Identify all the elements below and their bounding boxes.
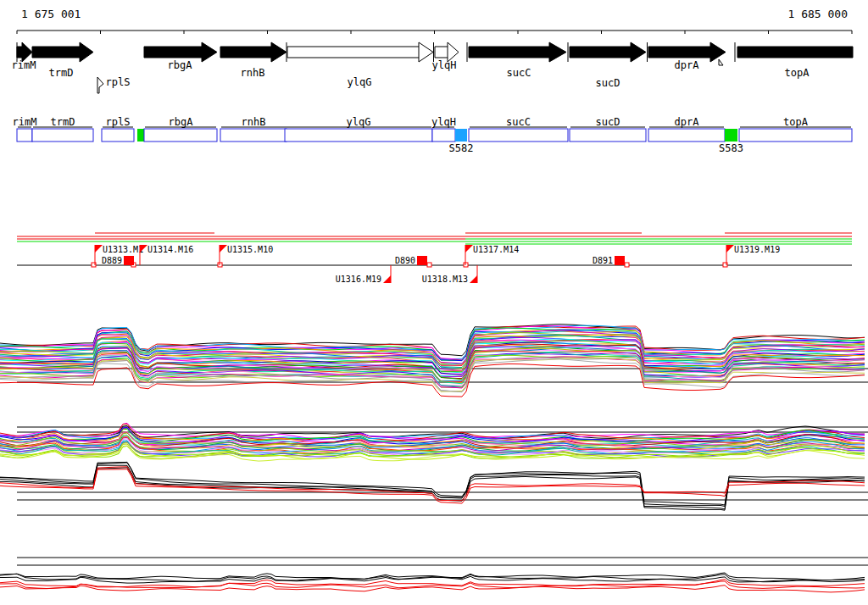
marker-flag-U1313.M1[interactable]	[95, 245, 103, 253]
marker-flag-U1318.M13[interactable]	[470, 275, 477, 283]
gene-label-trmD: trmD	[49, 67, 74, 79]
signal-track-4-black-red	[0, 558, 868, 592]
gene-box-label-trmD: trmD	[51, 116, 75, 128]
gene-label-sucD: sucD	[596, 77, 620, 89]
gene-arrow-rnhB[interactable]	[220, 42, 287, 62]
gene-label-ylqH: ylqH	[432, 59, 457, 71]
gene-label-rplS: rplS	[106, 76, 131, 88]
feature-marker-green[interactable]	[137, 129, 144, 142]
marker-label-U1314.M16: U1314.M16	[147, 245, 193, 254]
gene-box-label-ylqG: ylqG	[347, 116, 371, 128]
marker-label-U1313.M1: U1313.M1	[103, 245, 143, 254]
gene-box-label-rnhB: rnhB	[242, 116, 266, 128]
gene-box-rnhB[interactable]	[220, 129, 287, 142]
marker-flag-U1315.M10[interactable]	[220, 245, 227, 253]
feature-marker-S582[interactable]	[455, 129, 467, 142]
marker-flag-U1314.M16[interactable]	[140, 245, 147, 253]
marker-label-U1317.M14: U1317.M14	[473, 245, 519, 254]
gene-arrow-sucD[interactable]	[570, 42, 646, 62]
deletion-box-D890[interactable]	[417, 256, 427, 265]
gene-box-label-sucC: sucC	[506, 116, 531, 128]
insertion-site-square[interactable]	[625, 263, 629, 267]
marker-flag-U1319.M19[interactable]	[726, 245, 734, 253]
gene-box-rbgA[interactable]	[144, 129, 217, 142]
gene-label-rimM: rimM	[12, 59, 36, 71]
mutation-marker-track: U1313.M1U1314.M16U1315.M10U1317.M14U1319…	[17, 233, 852, 284]
gene-box-rplS[interactable]	[102, 129, 134, 142]
marker-label-U1315.M10: U1315.M10	[227, 245, 273, 254]
gene-box-trmD[interactable]	[32, 129, 93, 142]
feature-marker-label-S583: S583	[719, 142, 743, 154]
gene-box-topA[interactable]	[739, 129, 852, 142]
gene-box-rimM[interactable]	[17, 129, 32, 142]
gene-box-track: rimMtrmDrplSrbgArnhBylqGylqHS582sucCsucD…	[13, 116, 852, 154]
signal-line	[0, 469, 865, 503]
marker-label-U1316.M19: U1316.M19	[336, 275, 381, 284]
gene-box-label-rimM: rimM	[13, 116, 37, 128]
marker-label-D891: D891	[593, 256, 613, 265]
marker-label-U1319.M19: U1319.M19	[734, 245, 780, 254]
marker-label-D890: D890	[395, 256, 415, 265]
gene-box-ylqG[interactable]	[285, 129, 432, 142]
gene-box-dprA[interactable]	[648, 129, 725, 142]
gene-label-dprA: dprA	[675, 59, 700, 71]
gene-box-sucC[interactable]	[469, 129, 568, 142]
gene-label-rbgA: rbgA	[168, 59, 193, 71]
signal-line	[0, 462, 865, 505]
signal-track-1-multicolor	[0, 325, 868, 397]
gene-label-ylqG: ylqG	[348, 76, 372, 88]
gene-label-rnhB: rnhB	[241, 67, 265, 79]
deletion-box-D891[interactable]	[615, 256, 625, 265]
marker-flag-U1316.M19[interactable]	[383, 275, 391, 283]
gene-arrow-sucC[interactable]	[469, 42, 566, 62]
small-feature-glyph[interactable]	[719, 59, 723, 65]
deletion-box-D889[interactable]	[124, 256, 134, 265]
gene-box-label-topA: topA	[783, 116, 809, 128]
rplS-feature-glyph[interactable]	[97, 77, 103, 93]
feature-marker-label-S582: S582	[449, 142, 474, 154]
gene-box-label-rbgA: rbgA	[169, 116, 194, 128]
tracks-canvas: rimMtrmDrbgArnhBylqGylqHsucCsucDdprAtopA…	[0, 0, 868, 605]
genome-browser-view: 1 675 001 1 685 000 rimMtrmDrbgArnhBylqG…	[0, 0, 868, 605]
gene-label-sucC: sucC	[507, 67, 531, 79]
gene-arrow-ylqG[interactable]	[287, 42, 433, 62]
gene-box-sucD[interactable]	[570, 129, 646, 142]
gene-arrow-trmD[interactable]	[32, 42, 93, 62]
ruler	[17, 31, 852, 34]
signal-tracks	[0, 325, 868, 592]
gene-box-ylqH[interactable]	[432, 129, 455, 142]
marker-flag-U1317.M14[interactable]	[465, 245, 473, 253]
marker-label-D889: D889	[102, 256, 122, 265]
gene-arrow-topA[interactable]	[737, 47, 853, 58]
marker-label-U1318.M13: U1318.M13	[422, 275, 468, 284]
gene-box-label-rplS: rplS	[106, 116, 131, 128]
insertion-site-square[interactable]	[427, 263, 431, 267]
feature-marker-S583[interactable]	[725, 129, 737, 142]
signal-track-2-multicolor	[0, 423, 868, 461]
signal-track-3-black-red	[0, 462, 868, 515]
gene-box-label-sucD: sucD	[596, 116, 620, 128]
gene-label-topA: topA	[785, 67, 810, 79]
gene-arrow-track: rimMtrmDrbgArnhBylqGylqHsucCsucDdprAtopA…	[12, 42, 853, 93]
gene-box-label-ylqH: ylqH	[431, 116, 456, 128]
gene-box-label-dprA: dprA	[675, 116, 700, 128]
